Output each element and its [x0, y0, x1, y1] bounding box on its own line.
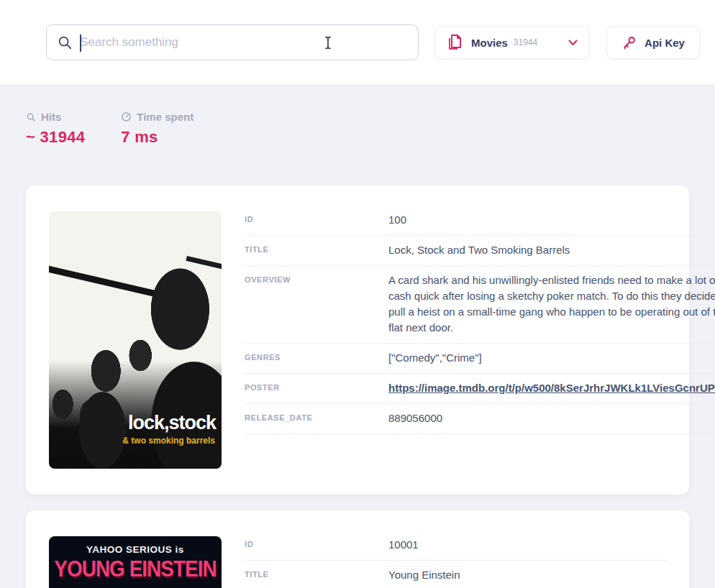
field-row-title: TITLE Lock, Stock and Two Smoking Barrel… — [245, 236, 715, 266]
search-icon — [57, 35, 73, 50]
stats-bar: Hits ~ 31944 Time spent 7 ms — [26, 85, 689, 147]
field-value: Young Einstein — [388, 567, 666, 583]
hits-value: ~ 31944 — [26, 128, 85, 147]
hits-search-icon — [26, 112, 36, 122]
hits-stat: Hits ~ 31944 — [26, 111, 85, 147]
field-label: GENRES — [245, 350, 388, 366]
field-row-title: TITLE Young Einstein — [245, 561, 666, 588]
field-label: ID — [245, 537, 388, 553]
results-area: Hits ~ 31944 Time spent 7 ms lock,st — [0, 85, 715, 588]
field-value: A card shark and his unwillingly-enliste… — [388, 272, 715, 336]
index-count: 31944 — [514, 37, 537, 47]
header: Movies 31944 Api Key — [0, 0, 715, 85]
field-label: POSTER — [245, 380, 388, 396]
time-spent-label: Time spent — [137, 111, 193, 123]
field-row-id: ID 100 — [245, 206, 715, 236]
index-selector-dropdown[interactable]: Movies 31944 — [434, 26, 590, 59]
text-caret — [80, 35, 81, 52]
poster-title-text: lock,stock — [128, 412, 216, 434]
poster-title-text: YOUNG EINSTEIN — [49, 556, 222, 583]
key-icon — [621, 35, 637, 50]
field-value: 10001 — [388, 537, 666, 553]
field-value: https://image.tmdb.org/t/p/w500/8kSerJrh… — [388, 380, 715, 396]
field-label: TITLE — [245, 567, 388, 583]
field-value: 100 — [388, 212, 715, 228]
gauge-icon — [121, 111, 132, 122]
poster-tagline-text: YAHOO SERIOUS is — [49, 544, 222, 555]
field-value: Lock, Stock and Two Smoking Barrels — [388, 242, 715, 258]
field-row-id: ID 10001 — [245, 530, 666, 561]
document-fields: ID 100 TITLE Lock, Stock and Two Smoking… — [245, 206, 715, 469]
movie-poster-image: lock,stock & two smoking barrels — [49, 211, 222, 469]
field-label: RELEASE_DATE — [245, 410, 388, 426]
field-row-overview: OVERVIEW A card shark and his unwillingl… — [245, 266, 715, 344]
time-spent-value: 7 ms — [121, 128, 193, 147]
poster-subtitle-text: & two smoking barrels — [122, 436, 215, 446]
field-label: TITLE — [245, 242, 388, 258]
result-card: lock,stock & two smoking barrels ID 100 … — [26, 185, 689, 495]
movie-poster-image: YAHOO SERIOUS is YOUNG EINSTEIN — [49, 536, 222, 588]
field-row-genres: GENRES ["Comedy","Crime"] — [245, 344, 715, 374]
field-label: ID — [245, 212, 388, 228]
documents-icon — [447, 33, 463, 52]
poster-url-link[interactable]: https://image.tmdb.org/t/p/w500/8kSerJrh… — [388, 382, 715, 394]
search-input[interactable] — [73, 25, 408, 60]
chevron-down-icon — [568, 40, 578, 46]
field-row-poster: POSTER https://image.tmdb.org/t/p/w500/8… — [245, 374, 715, 404]
document-fields: ID 10001 TITLE Young Einstein OVERVIEW A… — [245, 530, 666, 588]
result-card: YAHOO SERIOUS is YOUNG EINSTEIN ID 10001… — [26, 510, 689, 588]
time-spent-stat: Time spent 7 ms — [121, 111, 193, 147]
field-value: ["Comedy","Crime"] — [388, 350, 715, 366]
index-name: Movies — [471, 37, 508, 49]
field-label: OVERVIEW — [245, 272, 388, 336]
api-key-label: Api Key — [645, 37, 685, 49]
field-value: 889056000 — [388, 410, 715, 426]
api-key-button[interactable]: Api Key — [606, 26, 700, 59]
hits-label: Hits — [41, 111, 61, 123]
field-row-release-date: RELEASE_DATE 889056000 — [245, 404, 715, 434]
search-box[interactable] — [46, 24, 419, 60]
